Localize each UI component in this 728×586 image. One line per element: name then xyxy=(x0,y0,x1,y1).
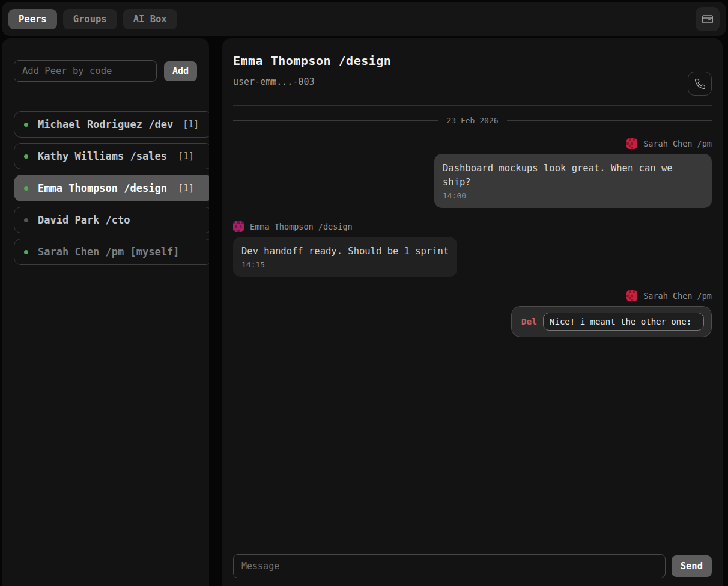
message-header: Sarah Chen /pm xyxy=(626,138,712,149)
peer-list: Michael Rodriguez /dev [1] Kathy William… xyxy=(14,111,209,265)
add-peer-button[interactable]: Add xyxy=(164,61,197,81)
tab-peers[interactable]: Peers xyxy=(8,9,57,29)
message-sarah-1: Sarah Chen /pm Dashboard mockups look gr… xyxy=(233,138,712,208)
add-peer-input[interactable] xyxy=(14,60,157,82)
peers-sidebar: Add Michael Rodriguez /dev [1] Kathy Wil… xyxy=(2,38,209,586)
message-time: 14:00 xyxy=(443,191,703,200)
chat-panel: Emma Thompson /design user-emm...-003 23… xyxy=(222,38,723,586)
topbar: Peers Groups AI Box xyxy=(2,2,726,36)
online-status-dot xyxy=(24,250,28,254)
message-author: Emma Thompson /design xyxy=(250,222,353,231)
unread-badge: [1] xyxy=(178,183,194,194)
message-author: Sarah Chen /pm xyxy=(643,139,712,148)
send-button[interactable]: Send xyxy=(672,555,712,577)
peer-item-david-park[interactable]: David Park /cto xyxy=(14,207,209,233)
card-panel-button[interactable] xyxy=(696,7,720,31)
peer-name: Sarah Chen /pm [myself] xyxy=(38,246,179,258)
divider-line xyxy=(233,120,438,121)
message-emma-1: Emma Thompson /design Dev handoff ready.… xyxy=(233,221,712,277)
unread-badge: [1] xyxy=(178,151,194,162)
peer-name: David Park /cto xyxy=(38,214,130,226)
tab-ai-box[interactable]: AI Box xyxy=(123,9,177,29)
card-icon xyxy=(701,13,714,26)
peer-item-sarah-chen-myself[interactable]: Sarah Chen /pm [myself] xyxy=(14,239,209,265)
delete-message-button[interactable]: Del xyxy=(521,317,537,326)
chat-peer-id: user-emm...-003 xyxy=(233,76,712,87)
online-status-dot xyxy=(24,186,28,191)
message-header: Emma Thompson /design xyxy=(233,221,353,232)
composer: Send xyxy=(233,548,712,586)
chat-header: Emma Thompson /design user-emm...-003 xyxy=(233,38,712,105)
peer-item-emma-thompson[interactable]: Emma Thompson /design [1] xyxy=(14,175,209,201)
date-divider: 23 Feb 2026 xyxy=(233,116,712,125)
date-divider-label: 23 Feb 2026 xyxy=(446,116,498,125)
call-button[interactable] xyxy=(688,72,712,96)
offline-status-dot xyxy=(24,218,28,222)
add-peer-row: Add xyxy=(14,60,209,82)
chat-title: Emma Thompson /design xyxy=(233,53,712,68)
message-text: Dashboard mockups look great. When can w… xyxy=(443,162,703,189)
message-header: Sarah Chen /pm xyxy=(626,290,712,301)
text-cursor xyxy=(697,317,698,326)
peer-item-michael-rodriguez[interactable]: Michael Rodriguez /dev [1] xyxy=(14,111,209,138)
message-bubble[interactable]: Dev handoff ready. Should be 1 sprint 14… xyxy=(233,237,457,277)
avatar-sarah-chen xyxy=(626,290,637,301)
phone-icon xyxy=(694,78,706,90)
peer-name: Emma Thompson /design xyxy=(38,182,167,194)
avatar-sarah-chen xyxy=(626,138,637,149)
message-author: Sarah Chen /pm xyxy=(643,291,712,301)
avatar-emma-thompson xyxy=(233,221,244,232)
message-list[interactable]: 23 Feb 2026 Sarah Chen /pm Dashboard moc… xyxy=(233,106,712,548)
unread-badge: [1] xyxy=(183,119,199,130)
peer-name: Kathy Williams /sales xyxy=(38,150,167,162)
peer-name: Michael Rodriguez /dev xyxy=(38,118,173,130)
online-status-dot xyxy=(24,154,28,159)
message-bubble[interactable]: Dashboard mockups look great. When can w… xyxy=(434,154,712,208)
divider-line xyxy=(507,120,712,121)
message-text: Dev handoff ready. Should be 1 sprint xyxy=(241,245,449,258)
message-edit-bubble: Del Nice! i meant the other one: xyxy=(511,306,712,337)
message-edit-input[interactable]: Nice! i meant the other one: xyxy=(543,313,704,331)
peer-item-kathy-williams[interactable]: Kathy Williams /sales [1] xyxy=(14,143,209,169)
tab-groups[interactable]: Groups xyxy=(63,9,117,29)
main-tabs: Peers Groups AI Box xyxy=(8,9,177,29)
message-sarah-2-editing: Sarah Chen /pm Del Nice! i meant the oth… xyxy=(233,290,712,337)
edit-input-value: Nice! i meant the other one: xyxy=(550,317,696,326)
online-status-dot xyxy=(24,123,28,127)
sidebar-divider xyxy=(14,91,197,91)
message-time: 14:15 xyxy=(241,260,449,269)
message-input[interactable] xyxy=(233,554,666,578)
